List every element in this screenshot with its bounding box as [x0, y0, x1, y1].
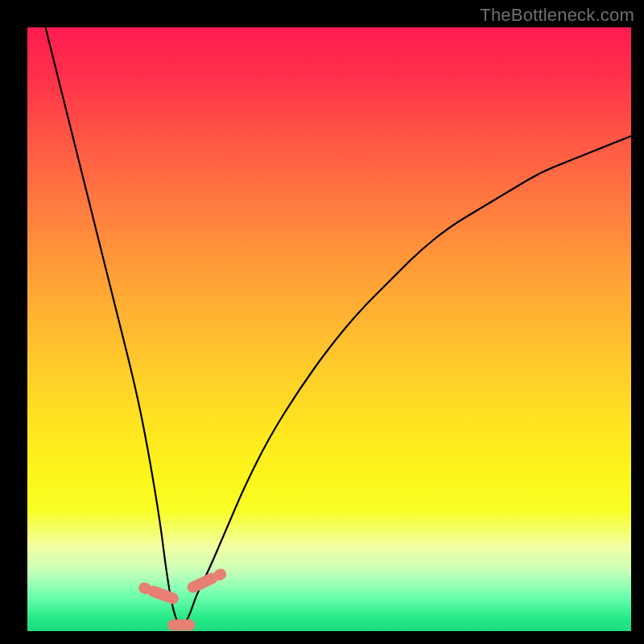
chart-frame: TheBottleneck.com [0, 0, 644, 644]
curve-layer [27, 27, 631, 631]
cluster-min [167, 620, 195, 631]
marker-group [137, 567, 228, 630]
bottleneck-curve [46, 27, 632, 625]
watermark-text: TheBottleneck.com [480, 5, 634, 26]
plot-area [27, 27, 631, 631]
